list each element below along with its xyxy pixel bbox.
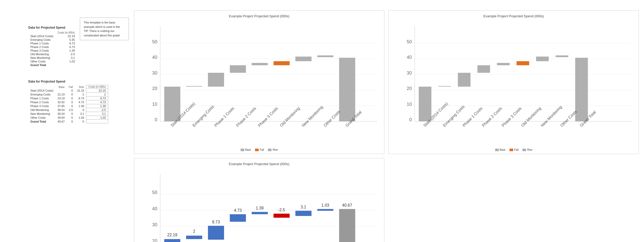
svg-text:Old Monitoring: Old Monitoring — [279, 106, 301, 128]
svg-text:3.1: 3.1 — [301, 205, 306, 209]
table1-row-label: Phase 3 Costs — [28, 49, 55, 52]
svg-rect-87 — [295, 211, 312, 216]
table-row-label: Phase 2 Costs — [28, 100, 55, 104]
chart2-legend: Base Fall Rise — [495, 148, 532, 151]
svg-text:30: 30 — [152, 70, 157, 76]
legend2-base: Base — [495, 148, 506, 151]
table1-row-label: Phase 1 Costs — [28, 42, 55, 45]
svg-text:10: 10 — [152, 102, 157, 107]
legend2-fall-label: Fall — [514, 148, 518, 151]
table-row-label: Phase 3 Costs — [28, 104, 55, 108]
table1-row-label: Old Monitoring — [28, 52, 55, 56]
svg-text:Phase 3 Costs: Phase 3 Costs — [501, 106, 522, 128]
svg-text:Other Costs: Other Costs — [323, 109, 341, 128]
svg-text:30: 30 — [407, 70, 412, 76]
chart3-area: 0 10 20 30 40 50 22.19 — [138, 168, 380, 242]
legend-rise: Rise — [268, 148, 278, 151]
table-row-label: Phase 1 Costs — [28, 96, 55, 100]
svg-rect-79 — [208, 226, 224, 240]
svg-rect-77 — [186, 236, 202, 239]
chart1-area: 0 10 20 30 40 50 — [138, 20, 380, 147]
legend2-rise-label: Rise — [527, 148, 532, 151]
svg-text:2: 2 — [193, 229, 195, 233]
table1-row-val: 3.1 — [55, 56, 77, 60]
svg-rect-44 — [419, 87, 431, 122]
legend-base-label: Base — [245, 148, 251, 151]
svg-text:40.67: 40.67 — [342, 203, 352, 207]
table2-col-fall: Fall — [67, 85, 75, 89]
svg-text:50: 50 — [152, 39, 157, 44]
chart3-title: Example Project Projected Spend (000s) — [229, 162, 290, 166]
svg-rect-45 — [438, 86, 451, 87]
svg-rect-81 — [230, 214, 246, 222]
svg-text:40: 40 — [152, 55, 157, 60]
table-row-label: New Monitoring — [28, 112, 55, 116]
svg-text:40: 40 — [407, 55, 412, 60]
svg-rect-91 — [339, 209, 355, 242]
tooltip-text: This template is the base example which … — [84, 21, 120, 37]
svg-rect-18 — [274, 61, 290, 65]
table2-title: Data for Projected Spend — [28, 80, 129, 83]
chart2-area: 0 10 20 30 40 50 — [393, 20, 634, 147]
svg-text:0: 0 — [155, 117, 157, 122]
table2-col-costs: Costs (in 000s) — [86, 85, 108, 89]
chart-box-1: Example Project Projected Spend (000s) 0… — [134, 10, 384, 154]
table1-row-label: Emerging Costs — [28, 38, 55, 42]
table1-row-val: 22.19 — [55, 34, 77, 38]
chart1-title: Example Project Projected Spend (000s) — [229, 14, 290, 18]
table2-col-rise: Rise — [75, 85, 86, 89]
base-swatch2 — [495, 149, 499, 151]
svg-text:22.19: 22.19 — [167, 233, 177, 237]
svg-text:Phase 3 Costs: Phase 3 Costs — [257, 106, 279, 128]
chart1-legend: Base Fall Rise — [241, 148, 278, 151]
rise-swatch — [268, 149, 272, 151]
legend-base: Base — [241, 148, 251, 151]
svg-text:Phase 1 Costs: Phase 1 Costs — [462, 106, 483, 128]
svg-rect-83 — [252, 212, 268, 214]
data-table-2: Data for Projected Spend Base Fall Rise … — [28, 80, 129, 123]
table-row-label: Other Costs — [28, 116, 55, 120]
legend2-rise: Rise — [522, 148, 532, 151]
svg-text:20: 20 — [152, 86, 157, 91]
table1-row-label: New Monitoring — [28, 56, 55, 60]
svg-text:1.39: 1.39 — [256, 206, 264, 211]
table1-row-label: Start (2014 Costs) — [28, 34, 55, 38]
table-row-label: Start (2014 Costs) — [28, 89, 55, 93]
svg-rect-17 — [252, 63, 268, 65]
svg-text:Old Monitoring: Old Monitoring — [520, 106, 542, 128]
svg-rect-51 — [556, 55, 568, 57]
svg-rect-14 — [186, 86, 202, 87]
legend-fall: Fall — [255, 148, 264, 151]
table1-row-val: 0.35 — [55, 38, 77, 42]
svg-text:40: 40 — [152, 206, 157, 211]
svg-rect-89 — [317, 209, 334, 211]
table1-col-header: Costs (in 000s) — [55, 31, 77, 34]
fall-swatch — [255, 149, 259, 151]
svg-rect-49 — [516, 61, 529, 65]
svg-text:0: 0 — [409, 117, 412, 122]
svg-text:Phase 2 Costs: Phase 2 Costs — [235, 106, 257, 128]
svg-text:-2.5: -2.5 — [278, 208, 285, 212]
svg-rect-15 — [208, 73, 224, 87]
svg-rect-50 — [536, 57, 549, 61]
svg-text:30: 30 — [152, 222, 157, 228]
svg-text:10: 10 — [407, 102, 412, 107]
svg-rect-21 — [339, 58, 355, 122]
tooltip-box: This template is the base example which … — [80, 18, 129, 40]
svg-rect-85 — [274, 214, 290, 218]
table-row-label: Old Monitoring — [28, 108, 55, 112]
chart-box-2: Example Project Projected Spend (000s) 0… — [388, 10, 639, 154]
table2-col-base: Base — [55, 85, 67, 89]
svg-text:1.03: 1.03 — [321, 203, 329, 207]
legend2-fall: Fall — [510, 148, 518, 151]
svg-text:Emerging Costs: Emerging Costs — [192, 104, 215, 128]
svg-rect-48 — [497, 63, 510, 65]
legend-fall-label: Fall — [260, 148, 264, 151]
table1-row-val: 4.73 — [55, 45, 77, 49]
legend-rise-label: Rise — [273, 148, 278, 151]
svg-text:4.73: 4.73 — [234, 208, 242, 213]
svg-text:20: 20 — [407, 86, 412, 91]
fall-swatch2 — [510, 149, 513, 151]
table1-row-label: Grand Total — [28, 63, 55, 67]
table1-row-label: Other Costs — [28, 60, 55, 63]
